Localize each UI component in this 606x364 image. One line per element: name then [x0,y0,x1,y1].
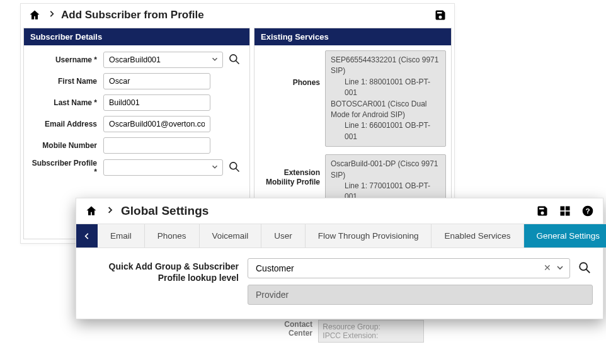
email-input[interactable] [103,116,210,132]
tab-phones[interactable]: Phones [145,224,200,247]
svg-point-2 [230,162,237,169]
svg-text:?: ? [585,207,590,215]
svg-rect-5 [566,207,570,211]
profile-search-icon[interactable] [227,161,242,175]
svg-rect-4 [561,207,565,211]
background-fragment: Contact Center Resource Group: IPCC Exte… [263,320,424,343]
gs-header: Global Settings ? [76,198,603,224]
chevron-down-icon [555,263,565,275]
clear-icon[interactable]: ✕ [544,263,551,273]
chevron-right-icon [105,205,115,217]
tab-flow-through-provisioning[interactable]: Flow Through Provisioning [306,224,432,247]
username-input[interactable] [103,52,223,68]
svg-line-11 [586,269,590,273]
tab-general-settings[interactable]: General Settings [524,224,606,247]
tabs-scroll-left-button[interactable] [76,224,98,247]
phone-entry: BOTOSCAR001 (Cisco Dual Mode for Android… [331,100,427,119]
global-settings-panel: Global Settings ? Email Phones Voicemail… [76,198,603,319]
email-label: Email Address [30,120,100,128]
page-title: Add Subscriber from Profile [61,9,204,21]
lookup-search-icon[interactable] [576,261,593,276]
phone-line: Line 1: 88001001 OB-PT-001 [331,77,440,99]
grid-icon[interactable] [557,203,573,219]
svg-rect-7 [566,212,570,216]
phones-box: SEP665544332201 (Cisco 9971 SIP) Line 1:… [325,50,446,147]
svg-rect-6 [561,212,565,216]
subscriber-details-heading: Subscriber Details [24,28,249,45]
save-icon[interactable] [433,8,448,23]
cc-box: Resource Group: IPCC Extension: [318,320,424,343]
lastname-input[interactable] [103,94,210,111]
firstname-label: First Name [30,77,100,86]
tab-user[interactable]: User [261,224,306,247]
svg-line-1 [236,60,239,64]
tab-voicemail[interactable]: Voicemail [200,224,262,247]
phones-label: Phones [258,50,320,87]
cc-label: Contact Center [263,320,312,338]
lookup-level-input[interactable] [248,258,570,278]
gs-tabs: Email Phones Voicemail User Flow Through… [76,224,603,248]
svg-point-10 [580,263,587,270]
firstname-input[interactable] [103,73,210,89]
provider-readonly: Provider [248,285,593,305]
lookup-level-label: Quick Add Group & Subscriber Profile loo… [86,258,239,305]
existing-services-heading: Existing Services [254,28,451,45]
tab-email[interactable]: Email [98,224,145,247]
mobile-input[interactable] [103,137,210,154]
em-label: Extension Mobility Profile [258,154,320,186]
tab-enabled-services[interactable]: Enabled Services [432,224,523,247]
profile-input[interactable] [103,159,223,176]
mobile-label: Mobile Number [30,141,100,150]
top-header: Add Subscriber from Profile [21,4,454,28]
phone-line: Line 1: 66001001 OB-PT-001 [331,120,440,142]
username-search-icon[interactable] [227,53,242,67]
help-icon[interactable]: ? [580,203,595,219]
home-icon[interactable] [84,203,99,219]
profile-label: Subscriber Profile * [30,159,100,177]
em-entry: OscarBuild-001-DP (Cisco 9971 SIP) [331,159,438,179]
svg-point-0 [230,54,237,61]
save-icon[interactable] [535,203,550,219]
lastname-label: Last Name * [30,98,100,107]
home-icon[interactable] [27,8,42,23]
chevron-right-icon [47,9,56,21]
phone-entry: SEP665544332201 (Cisco 9971 SIP) [331,55,438,75]
gs-title: Global Settings [121,204,209,218]
username-label: Username * [30,55,100,64]
svg-line-3 [236,168,239,171]
